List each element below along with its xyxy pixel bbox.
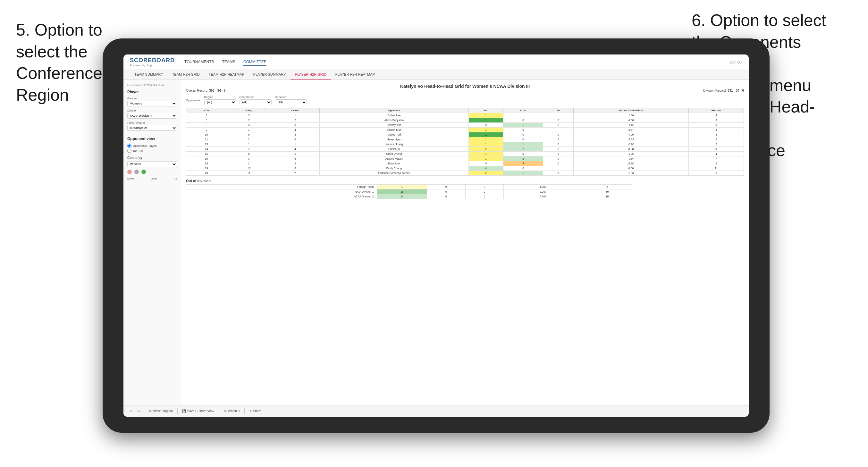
opponent-filter-label: Opponent — [275, 95, 307, 99]
conference-filter-label: Conference — [240, 95, 272, 99]
sub-nav-player-summary[interactable]: PLAYER SUMMARY — [249, 70, 290, 80]
table-row: 1063Andrea York2004.004 — [186, 132, 744, 137]
tablet-device: SCOREBOARD Powered by clippd TOURNAMENTS… — [103, 38, 770, 433]
col-opponent: Opponent — [319, 108, 469, 113]
player-rank-label: Player (Rank) — [127, 121, 177, 124]
view-original-btn[interactable]: 👁 View: Original — [147, 409, 175, 413]
overall-record-value: 353 - 34 - 6 — [209, 89, 225, 92]
out-of-division-row: Foreign Team1004.5002 — [186, 185, 632, 189]
sub-nav-team-h2h-grid[interactable]: TEAM H2H GRID — [168, 70, 204, 80]
sub-nav-team-h2h-heatmap[interactable]: TEAM H2H HEATMAP — [204, 70, 249, 80]
division-record-value: 331 - 34 - 6 — [727, 89, 744, 92]
table-row: 1585Stella Cheng1001.254 — [186, 152, 744, 156]
grid-header: Katelyn Vo Head-to-Head Grid for Women's… — [186, 84, 744, 92]
sidebar: Last Updated: 27/03/2024 10:44 Player Ge… — [123, 80, 181, 417]
watch-btn[interactable]: 👁 Watch ▾ — [222, 409, 242, 413]
opponent-select[interactable]: (All) — [275, 99, 307, 105]
h2h-table: # Div # Reg # Conf Opponent Win Loss Tie… — [186, 108, 744, 176]
radio-opponents-played[interactable]: Opponents Played — [127, 144, 177, 148]
col-tie: Tie — [543, 108, 573, 113]
table-row: 1822Euna Lee040-5.002 — [186, 161, 744, 166]
gender-select[interactable]: Women's Men's — [127, 101, 177, 106]
sidebar-timestamp: Last Updated: 27/03/2024 10:44 — [127, 84, 177, 87]
table-row: 1474Eunice Yi2200.389 — [186, 147, 744, 152]
app-header: SCOREBOARD Powered by clippd TOURNAMENTS… — [123, 55, 749, 70]
out-of-division-title: Out of division — [186, 179, 744, 183]
col-reg: # Reg — [227, 108, 271, 113]
region-select[interactable]: (All) — [204, 99, 236, 105]
grid-content: Katelyn Vo Head-to-Head Grid for Women's… — [181, 80, 749, 417]
conference-select[interactable]: (All) — [240, 99, 272, 105]
opponent-view-label: Opponent view — [127, 136, 177, 141]
colour-by-label: Colour by — [127, 156, 177, 160]
filters-row: Opponents: Region (All) Conference (All) — [186, 95, 744, 105]
radio-top-100[interactable]: Top 100 — [127, 149, 177, 153]
colour-dot-down — [127, 169, 132, 174]
logo-area: SCOREBOARD Powered by clippd — [130, 57, 175, 67]
toolbar-separator-3 — [219, 408, 219, 414]
out-of-division-row: NAIA Division 115009.26730 — [186, 189, 632, 194]
col-rounds: Rounds — [689, 108, 744, 113]
sub-nav-player-h2h-grid[interactable]: PLAYER H2H GRID — [290, 70, 331, 80]
table-row: 633Sydney Kuo010-1.003 — [186, 123, 744, 128]
gender-label: Gender — [127, 97, 177, 100]
main-content: Last Updated: 27/03/2024 10:44 Player Ge… — [123, 80, 749, 417]
opponent-view-options: Opponents Played Top 100 — [127, 144, 177, 153]
logo-text: SCOREBOARD — [130, 57, 175, 64]
colour-legend — [127, 169, 177, 174]
player-rank-select[interactable]: 8. Katelyn Vo — [127, 125, 177, 131]
col-div: # Div — [186, 108, 227, 113]
sign-out-link[interactable]: Sign out — [730, 60, 742, 64]
table-row: 331Esther Lee11.504 — [186, 113, 744, 118]
grid-records: Overall Record: 353 - 34 - 6 Division Re… — [186, 89, 744, 92]
colour-dot-up — [142, 169, 146, 174]
annotation-left-line4: Region — [16, 86, 69, 104]
nav-committee[interactable]: COMMITTEE — [243, 58, 267, 66]
colour-by-select[interactable]: Win/loss — [127, 161, 177, 167]
toolbar-separator-4 — [244, 408, 245, 414]
region-filter-label: Region — [204, 95, 236, 99]
toolbar-separator-1 — [144, 408, 144, 414]
out-of-division-table: Foreign Team1004.5002NAIA Division 11500… — [186, 184, 632, 199]
sub-nav-team-summary[interactable]: TEAM SUMMARY — [130, 70, 168, 80]
overall-record-label: Overall Record: — [186, 89, 208, 92]
colour-dot-level — [134, 169, 139, 174]
sub-nav: TEAM SUMMARY TEAM H2H GRID TEAM H2H HEAT… — [123, 70, 749, 80]
conference-filter-group: Conference (All) — [240, 95, 272, 105]
table-row: 20117Federica Domecq Lacroze2101.336 — [186, 171, 744, 176]
annotation-right-line1: 6. Option to select — [692, 11, 826, 30]
table-row: 914Sharon Mun103.673 — [186, 128, 744, 132]
opponents-label: Opponents: — [186, 99, 201, 102]
grid-title: Katelyn Vo Head-to-Head Grid for Women's… — [186, 84, 744, 89]
region-filter-group: Region (All) — [204, 95, 236, 105]
table-row: 19106Emily Chang400.3011 — [186, 166, 744, 171]
logo-sub: Powered by clippd — [130, 64, 175, 67]
division-select[interactable]: NCAA Division III NCAA Division I NCAA D… — [127, 113, 177, 119]
division-label: Division — [127, 109, 177, 112]
division-record-label: Division Record: — [703, 89, 726, 92]
sidebar-player-title: Player — [127, 90, 177, 94]
tablet-screen: SCOREBOARD Powered by clippd TOURNAMENTS… — [123, 55, 749, 417]
table-row: 1636Jessica Mason120-0.947 — [186, 156, 744, 161]
undo-btn[interactable]: ↩ — [128, 409, 133, 413]
bottom-toolbar: ↩ ↪ 👁 View: Original 💾 Save Custom View … — [123, 405, 749, 417]
toolbar-separator-2 — [177, 408, 178, 414]
colour-legend-labels: Down Level Up — [127, 177, 177, 180]
col-conf: # Conf — [271, 108, 319, 113]
table-row: 1311Jessica Huang110-3.002 — [186, 142, 744, 147]
sub-nav-player-h2h-heatmap[interactable]: PLAYER H2H HEATMAP — [331, 70, 379, 80]
header-right: Sign out — [730, 60, 742, 64]
main-nav: TOURNAMENTS TEAMS COMMITTEE — [184, 58, 720, 66]
share-btn[interactable]: ↗ Share — [247, 409, 264, 413]
opponent-filter-group: Opponent (All) — [275, 95, 307, 105]
col-diff: Diff Av Strokes/Rnd — [573, 108, 689, 113]
col-win: Win — [469, 108, 503, 113]
annotation-left-line2: select the — [16, 42, 88, 61]
table-row: 522Alexis Sudjianto1004.003 — [186, 118, 744, 123]
col-loss: Loss — [503, 108, 543, 113]
annotation-left-line1: 5. Option to — [16, 21, 102, 39]
nav-teams[interactable]: TEAMS — [222, 58, 235, 66]
nav-tournaments[interactable]: TOURNAMENTS — [184, 58, 214, 66]
redo-btn[interactable]: ↪ — [136, 409, 141, 413]
save-custom-view-btn[interactable]: 💾 Save Custom View — [180, 409, 216, 413]
